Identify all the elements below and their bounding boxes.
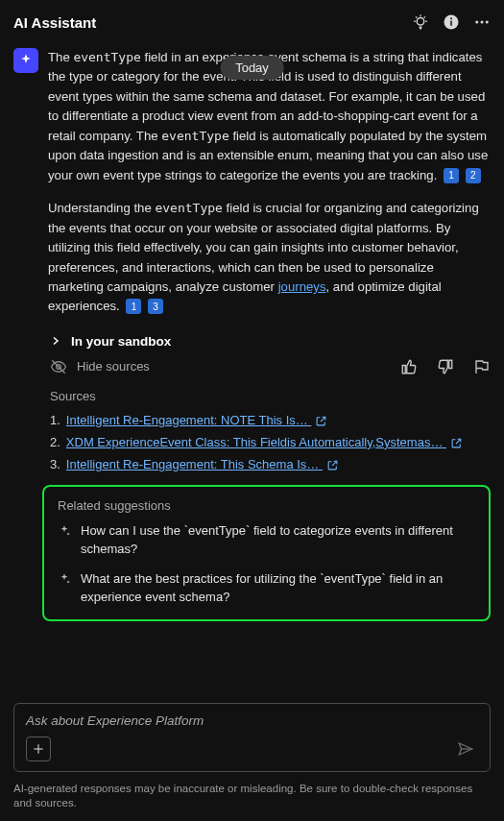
code-span: eventType xyxy=(73,50,140,64)
input-placeholder: Ask about Experience Platform xyxy=(26,713,478,731)
code-span: eventType xyxy=(155,201,222,215)
svg-point-11 xyxy=(475,21,478,24)
citation-badge[interactable]: 3 xyxy=(148,299,163,314)
svg-rect-9 xyxy=(450,21,452,26)
message-body: The eventType field in an experience eve… xyxy=(48,48,491,330)
svg-line-4 xyxy=(416,16,417,17)
related-suggestions-panel: Related suggestions How can I use the `e… xyxy=(42,485,491,621)
journeys-link[interactable]: journeys xyxy=(278,279,326,294)
sources-title: Sources xyxy=(50,389,491,403)
disclaimer-text: AI-generated responses may be inaccurate… xyxy=(0,778,504,821)
app-title: AI Assistant xyxy=(13,14,96,31)
svg-point-0 xyxy=(417,18,424,26)
source-item: 3. Intelligent Re-Engagement: This Schem… xyxy=(50,457,491,471)
source-item: 1. Intelligent Re-Engagement: NOTE This … xyxy=(50,413,491,427)
hide-sources-label: Hide sources xyxy=(77,359,150,374)
suggestion-text: How can I use the `eventType` field to c… xyxy=(81,522,475,559)
sources-block: Sources 1. Intelligent Re-Engagement: NO… xyxy=(50,389,491,471)
suggestion-text: What are the best practices for utilizin… xyxy=(81,570,475,607)
msg-text: The xyxy=(48,50,73,64)
svg-point-10 xyxy=(450,17,452,19)
source-number: 2. xyxy=(50,435,60,449)
assistant-message: The eventType field in an experience eve… xyxy=(13,48,491,330)
eye-off-icon xyxy=(50,358,67,375)
citation-badge[interactable]: 1 xyxy=(126,299,141,314)
header-actions xyxy=(412,13,491,31)
source-number: 1. xyxy=(50,413,60,427)
send-button[interactable] xyxy=(453,736,478,761)
external-link-icon xyxy=(315,415,327,427)
source-link[interactable]: Intelligent Re-Engagement: This Schema I… xyxy=(66,457,339,471)
source-item: 2. XDM ExperienceEvent Class: This Field… xyxy=(50,435,491,449)
sparkle-icon xyxy=(58,572,71,607)
add-attachment-button[interactable] xyxy=(26,736,51,761)
lightbulb-icon[interactable] xyxy=(412,13,429,31)
svg-line-5 xyxy=(424,16,425,17)
source-number: 3. xyxy=(50,457,60,471)
citation-badge[interactable]: 1 xyxy=(444,168,459,183)
external-link-icon xyxy=(450,437,463,449)
composer-area: Ask about Experience Platform xyxy=(0,695,504,778)
more-icon[interactable] xyxy=(473,13,491,31)
svg-point-12 xyxy=(481,21,484,24)
flag-icon[interactable] xyxy=(473,358,491,375)
thumbs-down-icon[interactable] xyxy=(437,358,454,375)
suggestion-item[interactable]: How can I use the `eventType` field to c… xyxy=(58,522,475,559)
source-link[interactable]: Intelligent Re-Engagement: NOTE This Is… xyxy=(66,413,328,427)
message-input[interactable]: Ask about Experience Platform xyxy=(13,703,491,772)
day-divider: Today xyxy=(220,56,284,80)
header: AI Assistant xyxy=(0,0,504,44)
citation-badge[interactable]: 2 xyxy=(466,168,481,183)
svg-point-13 xyxy=(486,21,489,24)
source-link[interactable]: XDM ExperienceEvent Class: This Fieldis … xyxy=(66,435,463,449)
in-your-sandbox-toggle[interactable]: In your sandbox xyxy=(50,334,491,349)
related-title: Related suggestions xyxy=(58,498,475,513)
feedback-row: Hide sources xyxy=(50,358,491,375)
send-icon xyxy=(457,740,474,758)
thumbs-up-icon[interactable] xyxy=(400,358,418,375)
conversation-pane: Today The eventType field in an experien… xyxy=(0,44,504,695)
code-span: eventType xyxy=(161,129,228,143)
info-icon[interactable] xyxy=(443,13,460,31)
chevron-right-icon xyxy=(50,335,61,347)
assistant-avatar xyxy=(13,48,38,73)
external-link-icon xyxy=(326,459,339,471)
suggestion-item[interactable]: What are the best practices for utilizin… xyxy=(58,570,475,607)
msg-text: Understanding the xyxy=(48,201,155,215)
sparkle-icon xyxy=(58,524,71,559)
hide-sources-button[interactable]: Hide sources xyxy=(50,358,150,375)
sandbox-label: In your sandbox xyxy=(71,334,171,349)
plus-icon xyxy=(32,742,45,756)
